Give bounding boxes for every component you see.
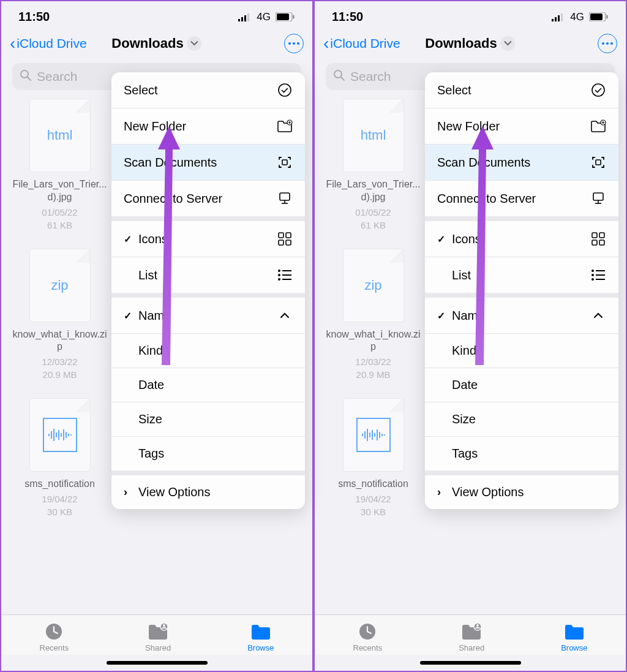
menu-item-scan-documents[interactable]: Scan Documents: [425, 145, 618, 181]
file-name: File_Lars_von_Trier...d).jpg: [12, 178, 107, 204]
check-icon: ✓: [124, 310, 132, 322]
menu-divider: [425, 470, 618, 475]
svg-rect-45: [558, 15, 560, 21]
menu-item-select[interactable]: Select: [425, 72, 618, 108]
file-type-label: zip: [364, 277, 381, 293]
tab-recents[interactable]: Recents: [353, 622, 383, 652]
nav-title[interactable]: Downloads: [111, 36, 201, 51]
file-size: 20.9 MB: [356, 368, 391, 381]
file-date: 12/03/22: [355, 355, 391, 368]
file-thumb: [343, 398, 404, 472]
menu-item-connect-server[interactable]: Connect to Server: [425, 181, 618, 216]
menu-label: Name: [138, 309, 171, 323]
check-icon: ✓: [124, 233, 132, 245]
svg-point-77: [591, 270, 594, 272]
menu-item-new-folder[interactable]: New Folder: [425, 108, 618, 145]
file-size: 61 KB: [47, 219, 72, 232]
menu-item-list-view[interactable]: List: [425, 257, 618, 293]
tab-browse[interactable]: Browse: [247, 622, 274, 652]
chevron-down-icon: [187, 36, 202, 51]
menu-item-view-options[interactable]: ›View Options: [111, 475, 305, 509]
file-item[interactable]: html File_Lars_von_Trier...d).jpg 01/05/…: [12, 99, 107, 232]
menu-label: View Options: [138, 485, 210, 499]
svg-rect-31: [286, 233, 291, 238]
menu-item-icons-view[interactable]: ✓Icons: [111, 221, 305, 257]
file-thumb: zip: [343, 249, 404, 322]
list-icon: [590, 267, 606, 283]
svg-point-34: [278, 270, 280, 272]
menu-item-sort-kind[interactable]: Kind: [425, 334, 618, 368]
menu-divider: [111, 470, 305, 475]
battery-icon: [276, 12, 295, 21]
menu-item-sort-name[interactable]: ✓Name: [425, 298, 618, 334]
chevron-left-icon: ‹: [323, 35, 329, 52]
svg-rect-5: [277, 13, 289, 20]
search-placeholder: Search: [37, 69, 78, 84]
menu-label: Select: [124, 83, 158, 97]
menu-item-view-options[interactable]: ›View Options: [425, 475, 618, 509]
file-name: know_what_i_know.zip: [12, 328, 107, 354]
select-icon: [590, 82, 606, 98]
grid-icon: [590, 231, 606, 247]
menu-label: Connect to Server: [437, 192, 536, 206]
tab-label: Shared: [459, 643, 484, 652]
menu-item-list-view[interactable]: List: [111, 257, 305, 293]
menu-item-sort-date[interactable]: Date: [111, 368, 305, 402]
tab-bar: Recents Shared Browse: [315, 614, 626, 655]
file-type-label: zip: [51, 277, 68, 293]
menu-item-select[interactable]: Select: [111, 72, 305, 108]
menu-item-sort-kind[interactable]: Kind: [111, 334, 305, 368]
menu-item-sort-tags[interactable]: Tags: [111, 437, 305, 470]
file-item[interactable]: sms_notification 19/04/22 30 KB: [12, 398, 107, 518]
menu-item-sort-size[interactable]: Size: [425, 402, 618, 437]
svg-point-10: [21, 70, 28, 78]
home-indicator[interactable]: [420, 661, 521, 665]
file-item[interactable]: sms_notification 19/04/22 30 KB: [326, 398, 421, 518]
audio-wave-icon: [43, 418, 77, 452]
file-type-label: html: [361, 127, 386, 143]
folder-icon: [250, 622, 272, 641]
back-button[interactable]: ‹ iCloud Drive: [10, 35, 87, 52]
svg-rect-0: [238, 19, 240, 21]
file-item[interactable]: html File_Lars_von_Trier...d).jpg 01/05/…: [326, 99, 421, 232]
svg-rect-33: [286, 240, 291, 245]
scan-icon: [277, 154, 293, 170]
svg-point-9: [297, 42, 299, 45]
svg-rect-74: [599, 233, 604, 238]
svg-point-50: [602, 42, 604, 45]
file-date: 01/05/22: [355, 206, 391, 219]
svg-rect-2: [244, 15, 246, 21]
menu-item-sort-size[interactable]: Size: [111, 402, 305, 437]
more-button[interactable]: [284, 34, 304, 53]
chevron-down-icon: [501, 36, 516, 51]
menu-divider: [111, 293, 305, 298]
new-folder-icon: [590, 118, 606, 134]
back-label: iCloud Drive: [330, 36, 400, 51]
file-item[interactable]: zip know_what_i_know.zip 12/03/22 20.9 M…: [12, 249, 107, 382]
file-item[interactable]: zip know_what_i_know.zip 12/03/22 20.9 M…: [326, 249, 421, 382]
tab-shared[interactable]: Shared: [459, 622, 484, 652]
menu-item-sort-date[interactable]: Date: [425, 368, 618, 402]
menu-item-sort-tags[interactable]: Tags: [425, 437, 618, 470]
file-name: know_what_i_know.zip: [326, 328, 421, 354]
tab-shared[interactable]: Shared: [145, 622, 171, 652]
check-icon: ✓: [437, 310, 446, 322]
menu-item-icons-view[interactable]: ✓Icons: [425, 221, 618, 257]
more-button[interactable]: [598, 34, 617, 53]
home-indicator[interactable]: [107, 661, 208, 665]
tab-browse[interactable]: Browse: [561, 622, 587, 652]
back-button[interactable]: ‹ iCloud Drive: [323, 35, 400, 52]
svg-point-79: [591, 274, 594, 276]
menu-label: List: [452, 268, 471, 282]
nav-title[interactable]: Downloads: [425, 36, 515, 51]
menu-item-sort-name[interactable]: ✓Name: [111, 298, 305, 334]
tab-recents[interactable]: Recents: [40, 622, 69, 652]
menu-item-connect-server[interactable]: Connect to Server: [111, 181, 305, 216]
menu-item-new-folder[interactable]: New Folder: [111, 108, 305, 145]
menu-item-scan-documents[interactable]: Scan Documents: [111, 145, 305, 181]
svg-point-22: [279, 84, 291, 96]
svg-rect-6: [293, 15, 295, 19]
status-time: 11:50: [18, 10, 50, 24]
svg-point-38: [278, 278, 280, 281]
file-thumb: zip: [29, 249, 91, 322]
